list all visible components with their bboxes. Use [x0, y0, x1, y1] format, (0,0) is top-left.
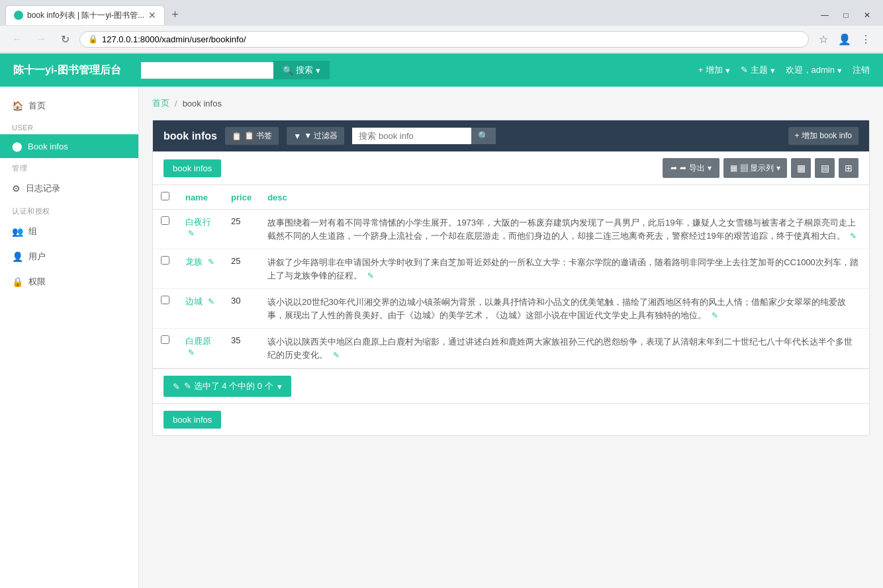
toolbar-bookinfos-button[interactable]: book infos	[163, 159, 221, 177]
search-group: 🔍	[352, 128, 496, 144]
row-desc-edit-icon-0[interactable]: ✎	[850, 231, 857, 241]
table-row: 白鹿原 ✎ 35 该小说以陕西关中地区白鹿原上白鹿村为缩影，通过讲述白姓和鹿姓两…	[153, 329, 869, 368]
toolbar-right: ➦ ➦ 导出 ▾ ▦ ▦ 显示列 ▾ ▦ ▤	[663, 158, 859, 178]
column-desc[interactable]: desc	[259, 185, 869, 210]
filter-icon: ▼	[293, 132, 301, 141]
forward-button[interactable]: →	[32, 30, 50, 48]
breadcrumb: 首页 / book infos	[152, 97, 870, 109]
row-name-3: 白鹿原 ✎	[177, 329, 223, 368]
row-edit-icon-2[interactable]: ✎	[208, 297, 214, 306]
sidebar-item-bookinfos[interactable]: ⬤ Book infos	[0, 134, 138, 158]
sidebar-item-home[interactable]: 🏠 首页	[0, 93, 138, 118]
grid-view-button[interactable]: ▦	[791, 158, 811, 178]
refresh-button[interactable]: ↻	[56, 30, 74, 48]
search-submit-icon: 🔍	[478, 131, 489, 141]
data-table: name price desc 白夜行 ✎ 25 故事围绕着一对有着不同寻常情愫…	[153, 185, 869, 368]
tab-title: book info列表 | 陈十一yi-图书管...	[27, 10, 144, 21]
browser-controls: ← → ↻ 🔒 ☆ 👤 ⋮	[0, 26, 883, 53]
url-input[interactable]	[102, 34, 800, 44]
table-row: 白夜行 ✎ 25 故事围绕着一对有着不同寻常情愫的小学生展开。1973年，大阪的…	[153, 210, 869, 249]
logout-button[interactable]: 注销	[853, 64, 870, 76]
browser-chrome: book info列表 | 陈十一yi-图书管... ✕ + — □ ✕ ← →…	[0, 0, 883, 54]
menu-icon[interactable]: ⋮	[857, 30, 875, 48]
search-submit-button[interactable]: 🔍	[471, 128, 496, 144]
filter-button[interactable]: ▼ ▼ 过滤器	[287, 127, 344, 145]
sidebar-item-permission[interactable]: 🔒 权限	[0, 269, 138, 294]
row-select-1[interactable]	[161, 256, 169, 265]
row-select-3[interactable]	[161, 335, 169, 344]
main-content: 首页 / book infos book infos 📋 📋 书签 ▼ ▼ 过滤…	[139, 87, 883, 588]
column-name[interactable]: name	[177, 185, 223, 210]
card-toolbar: book infos ➦ ➦ 导出 ▾ ▦ ▦ 显示列 ▾ ▦	[153, 151, 869, 185]
tab-favicon	[14, 11, 23, 20]
row-price-1: 25	[223, 249, 259, 289]
row-price-0: 25	[223, 210, 259, 249]
row-name-1: 龙族 ✎	[177, 249, 223, 289]
sidebar-item-logs[interactable]: ⚙ 日志记录	[0, 176, 138, 201]
search-input[interactable]	[352, 128, 471, 144]
browser-toolbar-icons: ☆ 👤 ⋮	[814, 30, 875, 48]
row-checkbox-2[interactable]	[153, 289, 177, 329]
app-search-button[interactable]: 🔍 搜索 ▾	[273, 61, 330, 79]
select-all-checkbox[interactable]	[161, 192, 169, 200]
row-name-link-2[interactable]: 边城	[185, 296, 203, 306]
breadcrumb-home[interactable]: 首页	[152, 97, 169, 109]
address-bar[interactable]: 🔒	[79, 31, 809, 48]
display-columns-button[interactable]: ▦ ▦ 显示列 ▾	[723, 158, 787, 178]
browser-tab[interactable]: book info列表 | 陈十一yi-图书管... ✕	[5, 5, 165, 25]
row-name-link-0[interactable]: 白夜行	[185, 217, 211, 227]
lock-icon: 🔒	[88, 34, 98, 44]
column-price[interactable]: price	[223, 185, 259, 210]
row-price-2: 30	[223, 289, 259, 329]
bookmark-icon[interactable]: ☆	[814, 30, 833, 48]
row-desc-edit-icon-2[interactable]: ✎	[712, 311, 718, 320]
add-bookinfo-button[interactable]: + 增加 book info	[788, 127, 859, 145]
export-button[interactable]: ➦ ➦ 导出 ▾	[663, 158, 719, 178]
close-button[interactable]: ✕	[857, 6, 878, 24]
row-name-link-3[interactable]: 白鹿原	[185, 336, 211, 346]
sidebar-item-user[interactable]: 👤 用户	[0, 244, 138, 269]
add-button[interactable]: + 增加 ▾	[698, 64, 730, 76]
card-header: book infos 📋 📋 书签 ▼ ▼ 过滤器 🔍 + 增加 book i	[153, 120, 869, 151]
row-select-0[interactable]	[161, 216, 169, 225]
row-edit-icon-3[interactable]: ✎	[188, 348, 195, 357]
row-edit-icon-0[interactable]: ✎	[188, 229, 195, 238]
row-desc-edit-icon-1[interactable]: ✎	[367, 271, 374, 280]
row-select-2[interactable]	[161, 296, 169, 304]
gear-icon: ⚙	[12, 183, 21, 194]
row-name-link-1[interactable]: 龙族	[185, 257, 203, 267]
more-view-button[interactable]: ⊞	[839, 158, 859, 178]
app-header: 陈十一yi-图书管理后台 🔍 搜索 ▾ + 增加 ▾ ✎ 主题 ▾ 欢迎，adm…	[0, 54, 883, 87]
tab-close-button[interactable]: ✕	[148, 10, 156, 21]
footer-bookinfos-button[interactable]: book infos	[163, 411, 221, 429]
selection-action-button[interactable]: ✎ ✎ 选中了 4 个中的 0 个 ▾	[163, 376, 291, 397]
table-row: 龙族 ✎ 25 讲叙了少年路明非在申请国外大学时收到了来自芝加哥近郊处的一所私立…	[153, 249, 869, 289]
row-desc-1: 讲叙了少年路明非在申请国外大学时收到了来自芝加哥近郊处的一所私立大学：卡塞尔学院…	[259, 249, 869, 289]
maximize-button[interactable]: □	[835, 6, 857, 24]
breadcrumb-current: book infos	[183, 99, 222, 108]
app-search-bar: 🔍 搜索 ▾	[141, 61, 330, 79]
edit-icon: ✎	[173, 382, 180, 392]
row-edit-icon-1[interactable]: ✎	[208, 257, 214, 267]
row-checkbox-3[interactable]	[153, 329, 177, 368]
new-tab-button[interactable]: +	[165, 4, 185, 26]
column-checkbox[interactable]	[153, 185, 177, 210]
tag-button[interactable]: 📋 📋 书签	[225, 127, 279, 145]
window-controls: — □ ✕	[814, 6, 878, 24]
minimize-button[interactable]: —	[814, 6, 835, 24]
row-desc-edit-icon-3[interactable]: ✎	[333, 351, 340, 360]
home-icon: 🏠	[12, 101, 23, 111]
sidebar-item-group[interactable]: 👥 组	[0, 219, 138, 244]
back-button[interactable]: ←	[8, 30, 26, 48]
theme-button[interactable]: ✎ 主题 ▾	[741, 64, 775, 76]
row-checkbox-1[interactable]	[153, 249, 177, 289]
circle-icon: ⬤	[12, 141, 23, 151]
list-view-button[interactable]: ▤	[815, 158, 835, 178]
row-desc-0: 故事围绕着一对有着不同寻常情愫的小学生展开。1973年，大阪的一栋废弃建筑内发现…	[259, 210, 869, 249]
selection-bar: ✎ ✎ 选中了 4 个中的 0 个 ▾	[153, 368, 869, 403]
app-search-input[interactable]	[141, 62, 273, 79]
lock-icon: 🔒	[12, 276, 23, 287]
app-body: 🏠 首页 USER ⬤ Book infos 管理 ⚙ 日志记录 认证和授权 👥…	[0, 87, 883, 588]
row-checkbox-0[interactable]	[153, 210, 177, 249]
profile-icon[interactable]: 👤	[835, 30, 854, 48]
